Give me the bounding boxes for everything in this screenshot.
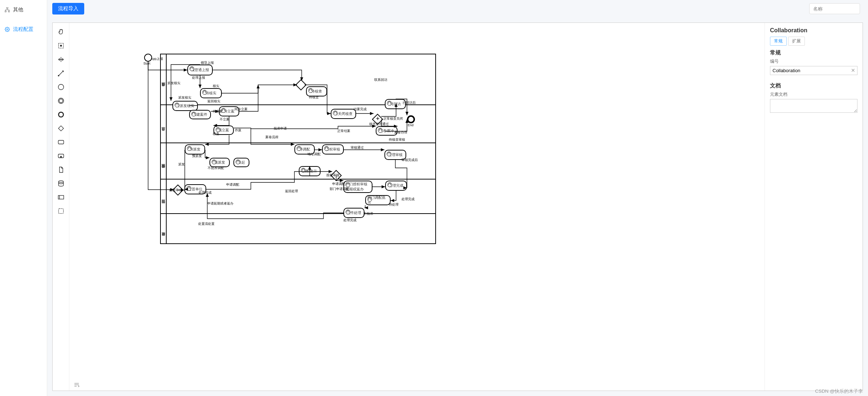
props-title: Collaboration (770, 27, 857, 34)
palette-intermediate-event[interactable] (53, 94, 69, 108)
lane-label: 部门主管 (161, 186, 166, 206)
svg-rect-16 (58, 209, 63, 213)
tab-normal[interactable]: 常规 (770, 37, 787, 46)
sequence-flow-label: 待处理 (389, 202, 399, 207)
svg-point-5 (58, 75, 59, 76)
svg-rect-2 (8, 11, 10, 12)
user-task[interactable]: 部门调配批示 (365, 195, 391, 205)
sequence-flow-label: 地址调配 (307, 152, 321, 157)
sequence-flow-label: 案卷流程 (265, 135, 278, 140)
sequence-flow-label: 核查是否通过 (369, 122, 389, 127)
section-doc-title: 文档 (770, 82, 857, 89)
left-sidebar: 其他 流程配置 (0, 0, 47, 396)
palette-end-event[interactable] (53, 108, 69, 121)
name-input[interactable] (809, 3, 860, 14)
user-task[interactable]: 处理完成 (385, 181, 407, 191)
sequence-flow-label: 待核查 (309, 95, 319, 100)
sequence-flow-label: 审核通过 (351, 145, 364, 150)
palette-lasso-tool[interactable] (53, 39, 69, 53)
sequence-flow-label: 申请调配 (332, 182, 345, 186)
main-area: 流程导入 上报信息员信息员主管招标员部门主管处置单位St (47, 0, 868, 396)
field-id-input[interactable] (770, 66, 857, 75)
sequence-flow-label: 处理完成 (343, 218, 356, 223)
sequence-flow-label: 处理上报 (192, 75, 205, 80)
sequence-flow-label: 部门申请调配 (330, 187, 349, 191)
sequence-flow-label: 联系回访 (374, 78, 387, 82)
sequence-flow-label: 返回核实 (207, 99, 220, 104)
user-task[interactable]: 待核实 (200, 88, 222, 98)
clear-icon[interactable]: ✕ (851, 67, 855, 73)
palette-data-store[interactable] (53, 177, 69, 190)
svg-rect-1 (5, 11, 6, 12)
sequence-flow-label: 处置清处置 (198, 222, 215, 226)
field-doc-label: 元素文档 (770, 91, 857, 98)
sequence-flow-label: 作废 (235, 128, 241, 133)
svg-point-14 (58, 181, 63, 183)
properties-panel: Collaboration 常规 扩展 常规 编号 ✕ 文档 元素文档 (765, 23, 863, 391)
sequence-flow-label: 申请调配 (226, 182, 239, 187)
sequence-flow-label: 不批准 (363, 211, 373, 216)
palette-space-tool[interactable] (53, 53, 69, 66)
palette-start-event[interactable] (53, 80, 69, 94)
user-task[interactable]: 创建案件 (189, 110, 211, 119)
import-process-button[interactable]: 流程导入 (52, 3, 84, 15)
user-task[interactable]: 案件处理 (343, 208, 364, 218)
palette-subprocess[interactable] (53, 149, 69, 163)
lane-label: 上报信息员 (161, 69, 166, 89)
sequence-flow-label: 核查 (213, 132, 219, 136)
svg-rect-11 (58, 140, 64, 144)
user-task[interactable]: 城管通上报 (187, 65, 213, 75)
sequence-flow-label: 返回处理 (285, 189, 298, 194)
sequence-flow-label: 预派发 (192, 154, 202, 158)
sequence-flow-label: 领导上报 (201, 61, 214, 65)
user-task[interactable]: 调配批示 (299, 166, 321, 176)
sidebar-item-other[interactable]: 其他 (0, 4, 47, 16)
sequence-flow-label: 派发核实 (178, 95, 191, 100)
palette-group[interactable] (53, 204, 69, 218)
section-normal-title: 常规 (770, 49, 857, 56)
sequence-flow-label: 不批准调配 (208, 166, 224, 170)
sequence-flow-label: 结案完成 (354, 107, 367, 112)
sidebar-item-process-config[interactable]: 流程配置 (0, 23, 47, 36)
sequence-flow-label: 待核查审核 (389, 137, 405, 142)
sidebar-item-label: 流程配置 (13, 26, 33, 33)
field-doc-textarea[interactable] (770, 99, 857, 113)
user-task[interactable]: 待派发 (185, 144, 205, 154)
end-event[interactable] (407, 115, 415, 123)
palette-task[interactable] (53, 135, 69, 149)
sequence-flow-label: 案卷办理 (394, 130, 407, 135)
lane-label: 处置单位 (161, 219, 166, 239)
sequence-flow-label: 批准申请 (274, 126, 287, 131)
sequence-flow-label: 处置单位 (169, 188, 182, 193)
sequence-flow-label: 已回访后 (403, 100, 416, 105)
sequence-flow-label: 同步立案 (235, 107, 248, 112)
svg-rect-10 (58, 126, 63, 131)
user-task[interactable]: 待关闭核查 (331, 109, 356, 119)
gear-icon (4, 26, 10, 32)
sequence-flow-label: 处理完成 (199, 190, 212, 195)
svg-rect-15 (58, 195, 64, 199)
user-task[interactable]: 授权审核 (322, 144, 344, 154)
palette-participant[interactable] (53, 190, 69, 204)
palette-hand-tool[interactable] (53, 25, 69, 39)
sequence-flow-label: 申请延期或者返办 (207, 201, 233, 206)
sequence-flow-label: 待立案 (213, 109, 223, 114)
sequence-flow-label: 不立案 (220, 117, 229, 122)
user-task[interactable]: 待派发核实 (172, 101, 198, 111)
collapse-icon[interactable] (74, 382, 80, 388)
palette-connect-tool[interactable] (53, 66, 69, 80)
field-id-label: 编号 (770, 58, 857, 65)
svg-point-3 (7, 29, 8, 30)
sequence-flow-label: 审核完成后 (402, 158, 418, 162)
sidebar-item-label: 其他 (13, 7, 23, 13)
sequence-flow-label: 核实 (213, 84, 219, 88)
svg-point-6 (58, 84, 64, 90)
sequence-flow-label: 正常核查关闭 (383, 116, 403, 121)
svg-point-8 (59, 99, 63, 103)
user-task[interactable]: 挂起 (233, 158, 249, 167)
topbar: 流程导入 (47, 0, 868, 17)
palette-gateway[interactable] (53, 121, 69, 135)
palette-data-object[interactable] (53, 163, 69, 177)
bpmn-canvas[interactable]: 上报信息员信息员主管招标员部门主管处置单位StartApp上报End城管通上报待… (69, 23, 765, 391)
tab-extension[interactable]: 扩展 (788, 37, 805, 46)
